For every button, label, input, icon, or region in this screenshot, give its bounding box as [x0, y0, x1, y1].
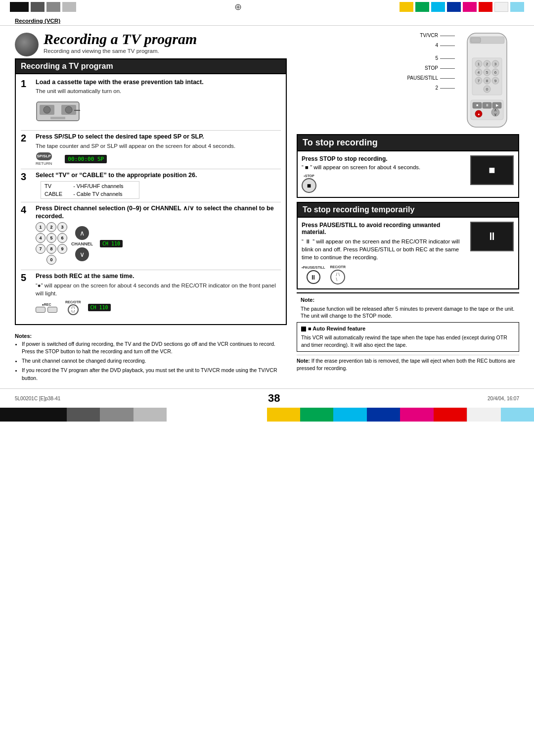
channel-display: CH 110 [100, 240, 123, 247]
page-title: Recording a TV program [44, 31, 197, 47]
sp-slp-button: SP/SLP RETURN [36, 152, 52, 166]
pause-step-title: Press PAUSE/STILL to avoid recording unw… [302, 222, 466, 236]
bottom-cyan [333, 408, 366, 422]
step-4-row: 4 Press Direct channel selection (0–9) o… [21, 204, 281, 267]
pause-label-row: PAUSE/STILL [297, 73, 455, 83]
pause-note-title: Note: [301, 296, 515, 304]
step-5-row: 5 Press both REC at the same time. “●” w… [21, 272, 281, 317]
num-grid: 1 2 3 4 5 6 7 8 9 0 [36, 222, 67, 265]
tvcvr-line [440, 36, 455, 36]
red-bar [479, 2, 492, 12]
channel-up-arrow[interactable]: ∧ [75, 226, 89, 240]
step-2-row: 2 Press SP/SLP to select the desired tap… [21, 133, 281, 165]
bottom-spacer [167, 408, 267, 422]
bottom-white [467, 408, 500, 422]
sp-slp-oval: SP/SLP [36, 152, 52, 160]
step-4-title: Press Direct channel selection (0–9) or … [36, 204, 281, 221]
stop-screen-preview: ■ [470, 155, 514, 185]
auto-rewind-square-icon [301, 327, 306, 331]
svg-text:5: 5 [486, 70, 489, 75]
magenta-bar [463, 2, 477, 12]
bottom-yellow [267, 408, 300, 422]
svg-text:●: ● [478, 112, 480, 116]
remote-area: TV/VCR 4 5 STOP [297, 31, 519, 131]
note-item-3: If you record the TV program after the D… [22, 367, 287, 382]
stop-line [440, 68, 455, 69]
svg-text:3: 3 [494, 62, 497, 66]
pause-line [440, 78, 455, 79]
pause-label: PAUSE/STILL [407, 73, 438, 83]
blue-bar [447, 2, 461, 12]
step-5-content: Press both REC at the same time. “●” wil… [36, 272, 281, 317]
tvcvr-label-row: TV/VCR [297, 31, 455, 41]
cable-label: CABLE [42, 190, 70, 197]
note2-box: Note: If the erase prevention tab is rem… [297, 355, 519, 372]
num2-line [440, 88, 455, 89]
stop-recording-section: To stop recording Press STOP to stop rec… [297, 134, 519, 198]
tv-desc: - VHF/UHF channels [71, 183, 138, 189]
channel-diagram: 1 2 3 4 5 6 7 8 9 0 [36, 222, 281, 265]
note-item-2: The unit channel cannot be changed durin… [22, 357, 287, 365]
pause-controls-illustration: •PAUSE/STILL ⏸ REC/OTR / \\ [302, 265, 466, 284]
stop-step-desc: “ ■ ” will appear on screen for about 4 … [302, 164, 466, 170]
title-text-area: Recording a TV program Recording and vie… [44, 31, 197, 54]
stop-symbol: ■ [489, 164, 495, 177]
remote-label-area: TV/VCR 4 5 STOP [297, 31, 455, 93]
stop-button-illustration: •STOP ■ [302, 174, 466, 193]
gray-bar-3 [62, 2, 76, 12]
title-area: Recording a TV program Recording and vie… [15, 31, 287, 56]
svg-text:7: 7 [478, 79, 480, 83]
rec-otr-display: REC/OTR / \\ / [65, 300, 81, 315]
stop-step-title: Press STOP to stop recording. [302, 155, 466, 162]
num-7: 7 [36, 244, 45, 254]
stop-content-box: Press STOP to stop recording. “ ■ ” will… [297, 150, 519, 198]
step-2-desc: The tape counter and SP or SLP will appe… [36, 142, 281, 150]
page-number: 38 [268, 392, 280, 405]
bottom-red [434, 408, 467, 422]
num-9: 9 [57, 244, 67, 254]
rec-otr-button: REC/OTR / \\ [330, 265, 346, 284]
num5-label-row: 5 [297, 53, 455, 63]
crosshair-center-icon: ⊕ [234, 1, 242, 12]
cable-desc: - Cable TV channels [71, 190, 138, 197]
bottom-magenta [400, 408, 433, 422]
bottom-gray-1 [67, 408, 100, 422]
num-5: 5 [46, 233, 56, 243]
note2-title: Note: [297, 358, 310, 364]
tv-cable-table: TV - VHF/UHF channels CABLE - Cable TV c… [41, 181, 139, 199]
rec-button-left: ●REC [36, 303, 57, 313]
svg-text:■: ■ [476, 103, 478, 107]
page-content: Recording a TV program Recording and vie… [0, 26, 534, 388]
step-divider-4 [21, 270, 281, 270]
pause-note-desc: The pause function will be released afte… [301, 305, 515, 320]
stop-label: STOP [425, 63, 438, 73]
step-4-number: 4 [21, 204, 32, 215]
step-5-title: Press both REC at the same time. [36, 272, 281, 280]
title-icon [15, 33, 39, 56]
right-column: TV/VCR 4 5 STOP [292, 31, 519, 383]
step-1-row: 1 Load a cassette tape with the erase pr… [21, 78, 281, 127]
tv-label: TV [42, 183, 70, 189]
channel-down-arrow[interactable]: ∨ [75, 247, 89, 261]
svg-rect-9 [471, 38, 481, 43]
pause-right-content: ⏸ [470, 222, 514, 284]
svg-rect-5 [50, 117, 65, 119]
footer-left: 5L00201C [E]p38-41 [15, 396, 60, 401]
notes-section: Notes: If power is switched off during r… [15, 332, 287, 384]
step-1-number: 1 [21, 78, 32, 89]
num-3: 3 [57, 222, 67, 232]
page-footer: 5L00201C [E]p38-41 38 20/4/04, 16:07 [0, 388, 534, 408]
svg-text:8: 8 [486, 79, 489, 83]
channel-text-label: CHANNEL [71, 241, 93, 246]
svg-text:∧: ∧ [494, 108, 497, 112]
remote-labels: TV/VCR 4 5 STOP [297, 31, 455, 93]
black-bar-1 [10, 2, 29, 12]
step-1-desc: The unit will automatically turn on. [36, 87, 281, 95]
cassette-illustration [36, 98, 281, 124]
bottom-blue [367, 408, 400, 422]
auto-rewind-box: ■ Auto Rewind feature This VCR will auto… [297, 322, 519, 352]
section-label: Recording (VCR) [15, 18, 60, 24]
footer-right: 20/4/04, 16:07 [488, 396, 519, 401]
auto-rewind-title: ■ Auto Rewind feature [308, 325, 365, 332]
note-item-1: If power is switched off during recordin… [22, 340, 287, 356]
